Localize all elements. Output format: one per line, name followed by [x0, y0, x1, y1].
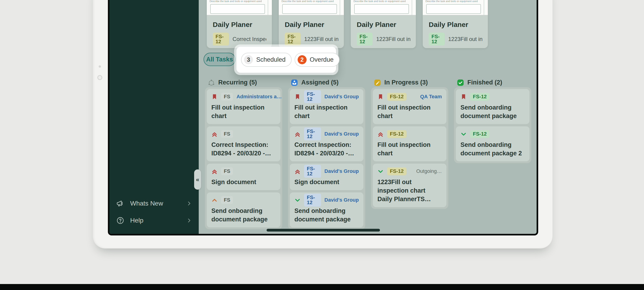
megaphone-icon [116, 199, 125, 208]
form-preview: Describe the task and tools or equipment… [423, 0, 488, 15]
card-body: Daily Planer FS-12 1223Fill out insp… [423, 15, 488, 48]
task-card[interactable]: FS-12 David's Group Fill out inspection … [290, 89, 364, 124]
column-header: Finished (2) [454, 78, 531, 87]
chevron-right-icon [186, 218, 192, 223]
card-title: Daily Planer [285, 21, 338, 29]
form-divider [484, 0, 484, 15]
group-link[interactable]: Outgoing… [416, 168, 442, 174]
daily-planner-card[interactable]: Describe the task and tools or equipment… [423, 0, 488, 48]
card-body: Daily Planer FS-12 1223Fill out insp… [351, 15, 416, 48]
column-finished: Finished (2) FS-12 Send onboarding docum… [454, 78, 531, 163]
priority-highest-icon [211, 168, 218, 174]
scheduled-label: Scheduled [256, 56, 286, 63]
form-preview: Describe the task and tools or equipment… [279, 0, 344, 15]
scheduled-filter-chip[interactable]: 3 Scheduled [241, 53, 292, 67]
card-title: Daily Planer [213, 21, 266, 29]
task-card[interactable]: FS-12 Send onboarding document package [456, 89, 530, 124]
card-title: Daily Planer [357, 21, 410, 29]
task-key-badge: FS-12 [304, 194, 321, 206]
group-link[interactable]: David's Group [324, 94, 359, 100]
task-key-badge: FS-12 [304, 165, 321, 178]
all-tasks-label: All Tasks [206, 56, 233, 63]
daily-planner-card[interactable]: Describe the task and tools or equipment… [207, 0, 272, 48]
all-tasks-filter-button[interactable]: All Tasks [204, 53, 236, 66]
priority-low-icon [294, 197, 300, 203]
task-title: Fill out inspection chart [294, 103, 359, 120]
daily-planner-card[interactable]: Describe the task and tools or equipment… [279, 0, 344, 48]
task-key-badge: FS-12 [304, 128, 321, 140]
form-hint: Describe the task and tools or equipment… [426, 0, 478, 3]
column-card-list: FS-12 Send onboarding document package F… [454, 87, 531, 163]
task-card[interactable]: FS-12 Fill out inspection chart [373, 126, 446, 161]
column-assigned: Assigned (5) FS-12 David's Group Fill ou… [288, 78, 365, 229]
task-snippet: Correct Inspecti… [232, 36, 266, 42]
group-link[interactable]: David's Group [324, 168, 359, 174]
group-link[interactable]: QA Team [420, 94, 442, 100]
bookmark-icon [211, 94, 218, 100]
task-title: Fill out inspection chart [211, 103, 276, 120]
form-hint: Describe the task and tools or equipment… [282, 0, 334, 3]
finished-icon [457, 79, 464, 86]
task-title: Send onboarding document package [294, 207, 359, 224]
priority-highest-icon [294, 131, 300, 137]
sidebar-item-label: Whats New [130, 200, 163, 207]
form-input-box [282, 4, 337, 14]
priority-highest-icon [294, 168, 300, 174]
sidebar: Whats New Help [110, 0, 199, 234]
task-key-badge: FS-12 [285, 33, 300, 46]
overdue-count-badge: 2 [298, 55, 306, 64]
task-card[interactable]: FS Administrators a… Fill out inspection… [207, 89, 280, 124]
bookmark-icon [294, 94, 300, 100]
sidebar-item-whats-new[interactable]: Whats New [116, 196, 192, 211]
task-title: Send onboarding document package [460, 103, 525, 120]
bookmark-icon [460, 94, 467, 100]
assigned-icon [291, 79, 298, 86]
task-title: Correct Inspection: ID8294 - 20/03/20 -… [211, 141, 276, 158]
priority-low-icon [378, 168, 384, 174]
priority-high-icon [211, 197, 218, 203]
group-link[interactable]: Administrators a… [236, 94, 282, 100]
task-title: Sign document [211, 178, 276, 186]
task-card[interactable]: FS-12 Send onboarding document package 2 [456, 126, 530, 161]
bottom-bar [0, 284, 644, 290]
task-card[interactable]: FS-12 David's Group Sign document [290, 164, 364, 190]
task-key-badge: FS [221, 167, 233, 175]
overdue-filter-chip[interactable]: 2 Overdue [295, 53, 340, 67]
form-divider [412, 0, 412, 15]
board-content: Describe the task and tools or equipment… [199, 0, 536, 234]
task-key-badge: FS [221, 130, 233, 138]
form-input-box [426, 4, 481, 14]
form-hint: Describe the task and tools or equipment… [354, 0, 406, 3]
column-header: Recurring (5) [205, 78, 282, 87]
horizontal-scrollbar[interactable] [266, 229, 380, 231]
task-key-badge: FS-12 [387, 130, 406, 138]
task-title: Send onboarding document package 2 [460, 141, 525, 158]
recurring-icon [208, 79, 215, 86]
in-progress-icon [374, 79, 381, 86]
task-card[interactable]: FS Correct Inspection: ID8294 - 20/03/20… [207, 126, 280, 161]
task-card[interactable]: FS-12 Outgoing… 1223Fill out inspection … [373, 164, 446, 207]
sidebar-collapse-button[interactable]: « [194, 169, 201, 190]
group-link[interactable]: David's Group [324, 131, 359, 137]
task-card[interactable]: FS-12 David's Group Correct Inspection: … [290, 126, 364, 161]
task-key-badge: FS [221, 196, 233, 204]
task-title: 1223Fill out inspection chart Daily Plan… [378, 178, 442, 203]
task-card[interactable]: FS-12 David's Group Send onboarding docu… [290, 192, 364, 227]
task-key-badge: FS [221, 93, 233, 101]
form-input-box [210, 4, 265, 14]
task-title: Correct Inspection: ID8294 - 20/03/20 -… [294, 141, 359, 158]
task-key-badge: FS-12 [213, 33, 229, 46]
task-card[interactable]: FS Send onboarding document package [207, 192, 280, 227]
group-link[interactable]: David's Group [324, 197, 359, 203]
task-key-badge: FS-12 [429, 33, 444, 46]
task-title: Sign document [294, 178, 359, 186]
priority-highest-icon [378, 131, 384, 137]
sidebar-item-help[interactable]: Help [116, 213, 192, 228]
task-card[interactable]: FS Sign document [207, 164, 280, 190]
form-divider [340, 0, 340, 15]
column-title: In Progress (3) [384, 79, 428, 86]
task-key-badge: FS-12 [387, 93, 406, 101]
form-preview: Describe the task and tools or equipment… [351, 0, 416, 15]
daily-planner-card[interactable]: Describe the task and tools or equipment… [351, 0, 416, 48]
task-card[interactable]: FS-12 QA Team Fill out inspection chart [373, 89, 446, 124]
